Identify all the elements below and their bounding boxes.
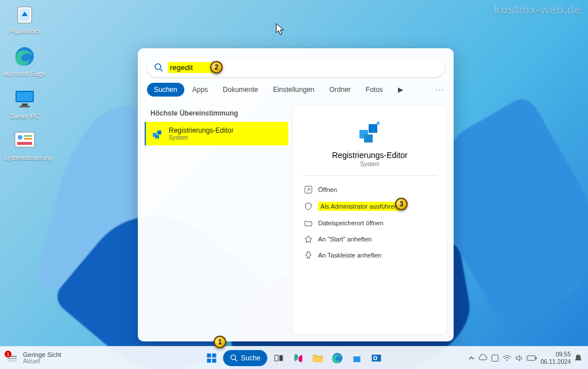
control-panel-icon [13,129,36,152]
language-icon[interactable] [491,354,499,362]
taskbar: 1 Geringe Sicht Aktuell Suche [0,346,588,369]
results-column: Höchste Übereinstimmung Registrierungs-E… [145,106,288,335]
explorer-button[interactable] [310,350,326,366]
svg-rect-18 [369,124,377,133]
open-icon [304,186,312,194]
svg-rect-16 [155,135,159,139]
start-button[interactable] [203,350,219,366]
clock-date: 06.11.2024 [540,358,571,365]
best-match-heading: Höchste Übereinstimmung [145,106,288,122]
regedit-large-icon [356,118,384,146]
action-label: An Taskleiste anheften [318,252,381,259]
svg-rect-20 [377,122,380,125]
search-box[interactable]: 2 [147,57,444,77]
edge-icon [13,45,36,68]
volume-icon[interactable] [515,354,523,362]
tab-dokumente[interactable]: Dokumente [216,83,265,97]
desktop-icon-edge[interactable]: Microsoft Edge [3,45,46,77]
annotation-badge-1: 1 [214,336,226,348]
pin-icon [304,235,312,243]
edge-taskbar-button[interactable] [330,350,346,366]
desktop-icon-recycle-bin[interactable]: Papierkorb [3,2,46,34]
annotation-badge-2: 2 [210,61,223,74]
tab-apps[interactable]: Apps [185,83,215,97]
shield-icon [304,202,312,210]
outlook-button[interactable] [369,350,385,366]
svg-rect-6 [20,106,30,107]
edge-icon [332,352,343,364]
wifi-icon[interactable] [502,355,512,362]
preview-column: Registrierungs-Editor System Öffnen Als … [293,106,447,335]
task-view-button[interactable] [271,350,287,366]
mouse-cursor [276,23,286,36]
taskbar-search-button[interactable]: Suche [223,350,267,366]
svg-point-12 [155,64,161,70]
svg-line-30 [235,359,237,361]
tab-next-arrow[interactable]: ▶ [391,83,410,97]
action-label: An "Start" anheften [318,236,372,243]
svg-rect-28 [212,359,216,363]
tab-ordner[interactable]: Ordner [323,83,358,97]
result-title: Registrierungs-Editor [169,126,234,134]
svg-point-8 [18,135,22,140]
svg-rect-32 [280,355,283,361]
action-run-as-admin[interactable]: Als Administrator ausführen 3 [302,198,438,215]
copilot-button[interactable] [291,350,307,366]
svg-rect-10 [24,138,32,140]
weather-title: Geringe Sicht [23,351,61,358]
preview-title: Registrierungs-Editor [332,151,408,160]
tab-einstellungen[interactable]: Einstellungen [266,83,321,97]
watermark: kostnix-web.de [494,3,581,17]
search-icon [230,354,237,362]
desktop-icon-this-pc[interactable]: Dieser PC [3,87,46,120]
search-icon [154,63,163,72]
svg-rect-4 [17,92,33,101]
outlook-icon [372,353,382,363]
onedrive-icon[interactable] [478,354,488,362]
svg-rect-19 [364,134,373,143]
clock-time: 09:55 [540,351,571,358]
tab-suchen[interactable]: Suchen [147,83,184,97]
result-item-regedit[interactable]: Registrierungs-Editor System [145,122,288,145]
preview-subtitle: System [360,161,379,167]
taskbar-weather-widget[interactable]: 1 Geringe Sicht Aktuell [0,351,67,364]
svg-line-13 [160,69,163,71]
svg-rect-26 [212,353,216,358]
folder-icon [312,353,324,363]
windows-icon [206,352,217,364]
desktop-icon-label: Microsoft Edge [3,70,45,77]
store-icon [352,353,362,363]
svg-point-29 [231,355,235,360]
weather-subtitle: Aktuell [23,358,61,364]
recycle-bin-icon [13,2,36,25]
search-filter-tabs: Suchen Apps Dokumente Einstellungen Ordn… [138,83,454,101]
action-open[interactable]: Öffnen [302,182,438,198]
svg-rect-37 [492,355,498,361]
action-pin-to-start[interactable]: An "Start" anheften [302,231,438,247]
svg-rect-25 [207,353,211,358]
svg-rect-9 [24,135,32,137]
weather-badge: 1 [5,351,11,358]
search-input[interactable] [168,62,214,73]
annotation-badge-3: 3 [395,198,408,210]
search-panel: 2 Suchen Apps Dokumente Einstellungen Or… [138,48,454,341]
chevron-up-icon[interactable] [468,355,475,362]
battery-icon[interactable] [527,355,537,362]
desktop-icon-control-panel[interactable]: Systemsteuerung [3,129,46,161]
svg-rect-27 [207,359,211,363]
tab-fotos[interactable]: Fotos [359,83,390,97]
action-open-file-location[interactable]: Dateispeicherort öffnen [302,215,438,231]
action-label: Als Administrator ausführen [318,202,400,211]
svg-rect-15 [157,130,161,134]
notifications-icon[interactable] [574,353,582,363]
pin-icon [304,251,312,259]
svg-rect-39 [536,357,537,359]
desktop-icon-label: Papierkorb [9,28,40,34]
store-button[interactable] [349,350,365,366]
taskbar-clock[interactable]: 09:55 06.11.2024 [540,351,571,364]
tab-more-dots[interactable]: ··· [435,86,444,94]
action-pin-to-taskbar[interactable]: An Taskleiste anheften [302,247,438,263]
taskbar-system-tray: 09:55 06.11.2024 [462,351,588,364]
copilot-icon [293,352,304,364]
result-subtitle: System [169,134,234,141]
